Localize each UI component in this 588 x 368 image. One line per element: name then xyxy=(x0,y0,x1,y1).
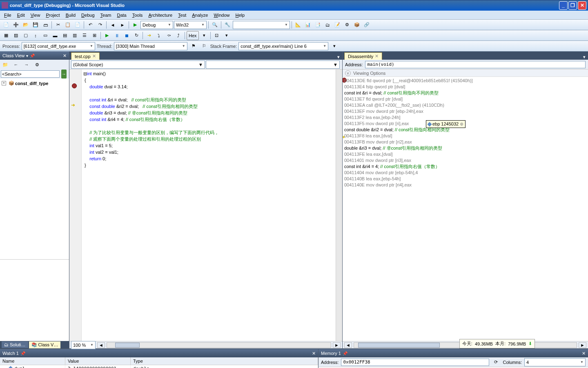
hscroll-left-icon[interactable]: ◄ xyxy=(97,342,105,348)
ext4-icon[interactable]: 📑 xyxy=(313,20,322,29)
tb2-1-icon[interactable]: ▦ xyxy=(2,31,11,40)
step-next-icon[interactable]: ➔ xyxy=(145,31,154,40)
d-hscroll-right-icon[interactable]: ► xyxy=(579,342,586,348)
disasm-menu-icon[interactable]: ▾ xyxy=(581,54,588,60)
zoom-combo[interactable]: 100 %▼ xyxy=(71,341,96,349)
ext3-icon[interactable]: 📊 xyxy=(303,20,312,29)
pause-icon[interactable]: ⏸ xyxy=(112,31,121,40)
hex-btn[interactable]: Hex xyxy=(187,31,199,40)
tb2-10-icon[interactable]: ⊞ xyxy=(90,31,99,40)
menu-file[interactable]: File xyxy=(2,12,14,18)
mem-addr-input[interactable] xyxy=(341,359,489,366)
menu-edit[interactable]: Edit xyxy=(15,12,27,18)
cv-settings-icon[interactable]: ⚙ xyxy=(33,60,42,69)
editor-gutter[interactable]: ➜ xyxy=(69,70,82,341)
classview-tab[interactable]: 📚 Class V… xyxy=(29,341,61,348)
watch-close-icon[interactable]: ✕ xyxy=(312,351,316,356)
memory-header[interactable]: Memory 1 📌 ✕ xyxy=(318,349,588,357)
close-button[interactable]: ✕ xyxy=(578,1,586,10)
scope-combo[interactable]: (Global Scope)▼ xyxy=(71,61,205,69)
maximize-button[interactable]: ❐ xyxy=(568,1,577,10)
ext6-icon[interactable]: 📝 xyxy=(333,20,342,29)
mem-reeval-icon[interactable]: ⟳ xyxy=(492,358,501,367)
thread-filter-icon[interactable]: ⚐ xyxy=(200,42,209,51)
tabstrip-menu-icon[interactable]: ▾ xyxy=(335,54,342,60)
disasm-tab[interactable]: Disassembly ✕ xyxy=(344,52,382,60)
expand-icon[interactable]: + xyxy=(2,81,6,85)
dropdown-icon[interactable]: ▾ xyxy=(26,54,28,58)
chevron-down-icon[interactable]: v xyxy=(345,70,351,76)
panel-close-icon[interactable]: ✕ xyxy=(63,53,67,58)
paste-icon[interactable]: 📄 xyxy=(73,20,82,29)
menu-team[interactable]: Team xyxy=(98,12,114,18)
redo-icon[interactable]: ↷ xyxy=(96,20,105,29)
open-icon[interactable]: 📂 xyxy=(21,20,30,29)
tab-close-icon[interactable]: ✕ xyxy=(92,54,96,59)
menu-tools[interactable]: Tools xyxy=(130,12,145,18)
pin-icon[interactable]: 📌 xyxy=(30,54,35,58)
new-project-icon[interactable]: 📄 xyxy=(2,20,11,29)
class-search-input[interactable] xyxy=(1,70,60,78)
menu-data[interactable]: Data xyxy=(114,12,129,18)
solution-tab[interactable]: 🗂 Soluti… xyxy=(2,341,28,348)
nav-back-icon[interactable]: ◄ xyxy=(108,20,117,29)
watch-header[interactable]: Watch 1 📌 ✕ xyxy=(0,349,318,357)
editor-hscroll[interactable] xyxy=(107,342,331,348)
tree-root[interactable]: + 📦 const_diff_type xyxy=(2,80,67,86)
watch-pin-icon[interactable]: 📌 xyxy=(20,351,25,356)
class-view-header[interactable]: Class View ▾ 📌 ✕ xyxy=(0,52,69,60)
platform-combo[interactable]: Win32▼ xyxy=(174,21,207,29)
disasm-addr-input[interactable] xyxy=(365,61,586,68)
code-editor[interactable]: ➜ ⊟int main() { double dval = 3.14; cons… xyxy=(69,70,342,341)
menu-analyze[interactable]: Analyze xyxy=(189,12,210,18)
cv-new-folder-icon[interactable]: 📁 xyxy=(1,60,10,69)
editor-vscroll[interactable] xyxy=(336,70,342,341)
thread-flag-icon[interactable]: ⚑ xyxy=(189,42,198,51)
tb2-4-icon[interactable]: ↕ xyxy=(31,31,40,40)
continue-icon[interactable]: ▶ xyxy=(102,31,111,40)
menu-debug[interactable]: Debug xyxy=(79,12,97,18)
menu-test[interactable]: Test xyxy=(176,12,189,18)
cv-back-icon[interactable]: ← xyxy=(11,60,20,69)
member-combo[interactable]: ▼ xyxy=(206,61,340,69)
ext9-icon[interactable]: 🔗 xyxy=(362,20,371,29)
copy-icon[interactable]: 📋 xyxy=(63,20,72,29)
find-icon[interactable]: 🔍 xyxy=(210,20,219,29)
watch-col-type[interactable]: Type xyxy=(131,357,318,365)
d-hscroll-left-icon[interactable]: ◄ xyxy=(344,342,352,348)
viewing-options[interactable]: v Viewing Options xyxy=(343,70,588,77)
breakpoint-icon[interactable] xyxy=(72,83,77,88)
undo-icon[interactable]: ↶ xyxy=(86,20,95,29)
ext1-icon[interactable]: 🔧 xyxy=(223,20,232,29)
tb2-z-icon[interactable]: ▾ xyxy=(222,31,231,40)
thread-combo[interactable]: [3300] Main Thread▼ xyxy=(114,42,187,50)
ext2-icon[interactable]: 📐 xyxy=(294,20,303,29)
config-combo[interactable]: Debug▼ xyxy=(140,21,173,29)
step-over-icon[interactable]: ⤼ xyxy=(164,31,173,40)
tb2-y-icon[interactable]: ⊡ xyxy=(212,31,221,40)
tb2-7-icon[interactable]: ▤ xyxy=(60,31,69,40)
start-debug-icon[interactable]: ▶ xyxy=(131,20,140,29)
add-item-icon[interactable]: ➕ xyxy=(11,20,20,29)
mem-cols-combo[interactable]: 4▼ xyxy=(524,358,586,366)
tb2-9-icon[interactable]: ☰ xyxy=(80,31,89,40)
menu-view[interactable]: View xyxy=(28,12,43,18)
menu-build[interactable]: Build xyxy=(63,12,78,18)
watch-col-name[interactable]: Name xyxy=(0,357,65,365)
step-into-icon[interactable]: ⤵ xyxy=(154,31,163,40)
process-combo[interactable]: [6132] const_diff_type.exe▼ xyxy=(22,42,95,50)
hscroll-right-icon[interactable]: ► xyxy=(333,342,341,348)
search-go-icon[interactable]: → xyxy=(61,70,67,79)
stop-icon[interactable]: ⏹ xyxy=(122,31,131,40)
tb2-6-icon[interactable]: ▬ xyxy=(51,31,60,40)
menu-window[interactable]: Window xyxy=(211,12,232,18)
disasm-close-icon[interactable]: ✕ xyxy=(375,54,379,59)
sf-btn-icon[interactable]: ▾ xyxy=(330,42,339,51)
watch-col-value[interactable]: Value xyxy=(65,357,131,365)
stackframe-combo[interactable]: const_diff_type.exe!main() Line 6▼ xyxy=(238,42,328,50)
mem-pin-icon[interactable]: 📌 xyxy=(343,351,347,356)
save-icon[interactable]: 💾 xyxy=(31,20,40,29)
restart-icon[interactable]: ↻ xyxy=(132,31,141,40)
ext7-icon[interactable]: ⚙ xyxy=(343,20,352,29)
tb2-2-icon[interactable]: ▨ xyxy=(11,31,20,40)
